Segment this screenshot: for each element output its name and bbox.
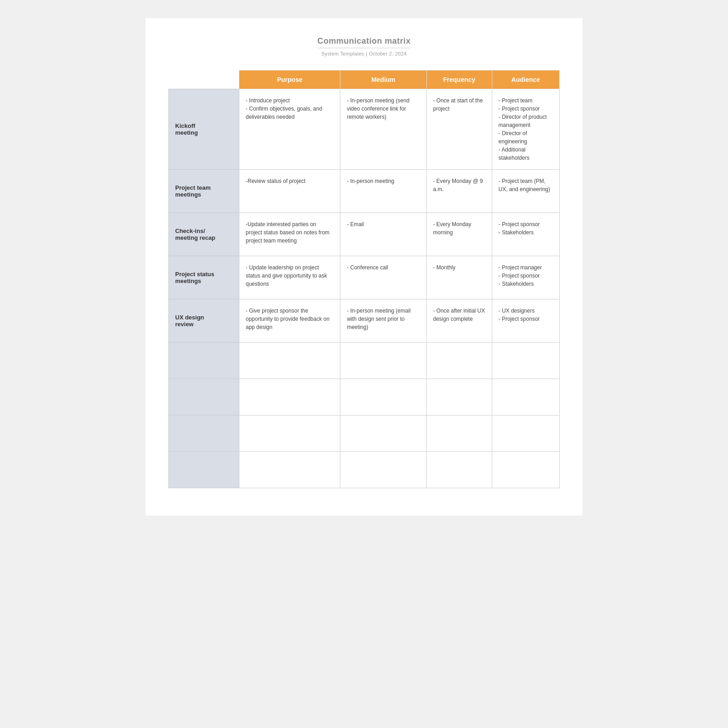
row-purpose-cell: - Update leadership on project status an… [239, 256, 340, 299]
row-purpose-cell [239, 415, 340, 452]
row-frequency-cell [426, 452, 492, 488]
row-medium-cell: - In-person meeting (send video conferen… [340, 89, 426, 170]
col-name-header [169, 71, 239, 89]
row-purpose-cell [239, 379, 340, 415]
row-frequency-cell: - Every Monday morning [426, 213, 492, 256]
table-row: Kickoff meeting- Introduce project - Con… [169, 89, 560, 170]
row-medium-cell: - Email [340, 213, 426, 256]
row-frequency-cell [426, 415, 492, 452]
row-purpose-cell [239, 452, 340, 488]
row-audience-cell: - UX designers - Project sponsor [492, 299, 559, 343]
row-name-cell [169, 343, 239, 379]
row-audience-cell [492, 343, 559, 379]
row-purpose-cell: -Update interested parties on project st… [239, 213, 340, 256]
row-medium-cell [340, 452, 426, 488]
row-audience-cell: - Project team - Project sponsor - Direc… [492, 89, 559, 170]
table-header-row: Purpose Medium Frequency Audience [169, 71, 560, 89]
row-name-cell: Kickoff meeting [169, 89, 239, 170]
page-container: Communication matrix System Templates | … [146, 18, 582, 516]
table-row: Project status meetings- Update leadersh… [169, 256, 560, 299]
row-audience-cell: - Project manager - Project sponsor - St… [492, 256, 559, 299]
row-medium-cell: - Conference call [340, 256, 426, 299]
row-name-cell: Check-ins/ meeting recap [169, 213, 239, 256]
col-frequency-header: Frequency [426, 71, 492, 89]
row-name-cell: UX design review [169, 299, 239, 343]
row-frequency-cell: - Every Monday @ 9 a.m. [426, 170, 492, 213]
page-header: Communication matrix System Templates | … [168, 36, 560, 56]
col-purpose-header: Purpose [239, 71, 340, 89]
row-name-cell [169, 452, 239, 488]
table-row [169, 379, 560, 415]
row-audience-cell: - Project sponsor - Stakeholders [492, 213, 559, 256]
row-frequency-cell: - Once after initial UX design complete [426, 299, 492, 343]
row-purpose-cell [239, 343, 340, 379]
row-medium-cell: - In-person meeting (email with design s… [340, 299, 426, 343]
row-purpose-cell: - Give project sponsor the opportunity t… [239, 299, 340, 343]
row-frequency-cell [426, 379, 492, 415]
row-medium-cell [340, 415, 426, 452]
row-medium-cell: - In-person meeting [340, 170, 426, 213]
row-name-cell [169, 379, 239, 415]
row-frequency-cell: - Once at start of the project [426, 89, 492, 170]
table-row: Check-ins/ meeting recap-Update interest… [169, 213, 560, 256]
table-row: UX design review- Give project sponsor t… [169, 299, 560, 343]
row-audience-cell [492, 415, 559, 452]
page-title: Communication matrix [168, 36, 560, 46]
table-row [169, 343, 560, 379]
table-row [169, 415, 560, 452]
row-audience-cell [492, 379, 559, 415]
communication-matrix-table: Purpose Medium Frequency Audience Kickof… [168, 70, 560, 488]
row-frequency-cell [426, 343, 492, 379]
row-name-cell [169, 415, 239, 452]
row-purpose-cell: - Introduce project - Confirm objectives… [239, 89, 340, 170]
col-audience-header: Audience [492, 71, 559, 89]
col-medium-header: Medium [340, 71, 426, 89]
row-frequency-cell: - Monthly [426, 256, 492, 299]
row-purpose-cell: -Review status of project [239, 170, 340, 213]
page-subtitle: System Templates | October 2, 2024 [168, 51, 560, 56]
row-medium-cell [340, 379, 426, 415]
table-row [169, 452, 560, 488]
title-underline [318, 48, 410, 48]
row-audience-cell: - Project team (PM, UX, and engineering) [492, 170, 559, 213]
table-row: Project team meetings-Review status of p… [169, 170, 560, 213]
row-name-cell: Project status meetings [169, 256, 239, 299]
row-audience-cell [492, 452, 559, 488]
row-name-cell: Project team meetings [169, 170, 239, 213]
row-medium-cell [340, 343, 426, 379]
